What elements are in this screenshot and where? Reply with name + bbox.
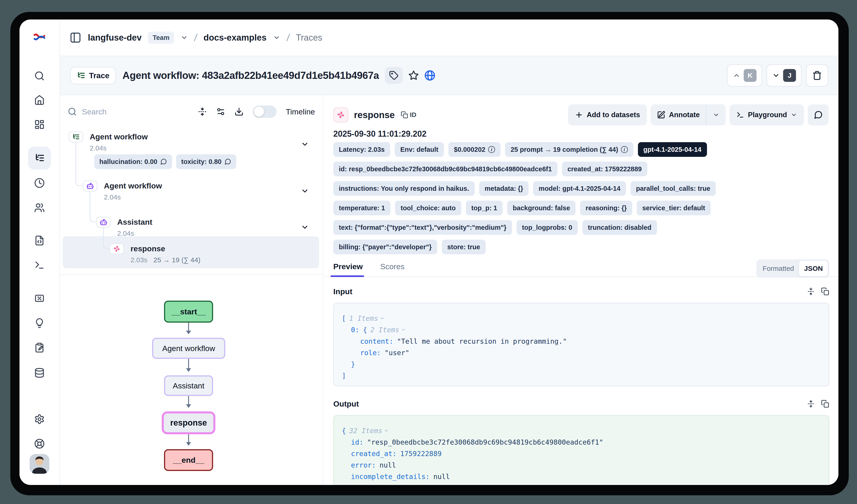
langfuse-logo bbox=[33, 31, 46, 43]
pen-icon bbox=[657, 111, 665, 119]
sidebar-item-scores[interactable] bbox=[34, 293, 45, 303]
score-badge[interactable]: toxicity: 0.80 bbox=[176, 154, 236, 169]
delete-trace-button[interactable] bbox=[806, 64, 828, 87]
collapse-chevron-icon[interactable] bbox=[380, 316, 385, 321]
sidebar-item-tracing[interactable] bbox=[28, 146, 51, 170]
param-badge: billing: {"payer":"developer"} bbox=[333, 240, 437, 254]
collapse-icon[interactable] bbox=[807, 400, 815, 408]
tree-connector bbox=[103, 228, 109, 249]
bookmark-star-button[interactable] bbox=[408, 70, 419, 81]
format-toggle-json[interactable]: JSON bbox=[799, 261, 828, 276]
sidebar-item-datasets[interactable] bbox=[34, 368, 45, 378]
content: Timeline Agent workflow 2.04s hallucinat… bbox=[60, 95, 838, 485]
timestamp: 2025-09-30 11:01:29.202 bbox=[333, 129, 426, 139]
download-icon[interactable] bbox=[234, 107, 243, 116]
collapse-icon[interactable] bbox=[807, 287, 815, 296]
format-toggle-formatted[interactable]: Formatted bbox=[758, 265, 799, 273]
breadcrumb-project[interactable]: docs-examples bbox=[203, 33, 267, 42]
tab-preview[interactable]: Preview bbox=[333, 262, 363, 271]
observation-detail-panel: response ID Add to datasets Annotate bbox=[324, 95, 838, 485]
graph-node-assistant[interactable]: Assistant bbox=[164, 375, 213, 396]
param-badge: tool_choice: auto bbox=[395, 201, 461, 215]
plus-icon bbox=[575, 111, 583, 119]
param-badge: created_at: 1759222889 bbox=[562, 162, 647, 176]
sidebar-item-support[interactable] bbox=[34, 438, 45, 449]
collapse-chevron-icon[interactable] bbox=[401, 327, 406, 332]
param-badge: metadata: {} bbox=[479, 181, 529, 196]
panel-divider bbox=[60, 275, 323, 275]
comment-icon bbox=[160, 158, 167, 165]
input-header: Input bbox=[333, 286, 829, 297]
sidebar-item-dashboards[interactable] bbox=[34, 119, 45, 130]
model-badge[interactable]: gpt-4.1-2025-04-14 bbox=[638, 142, 707, 157]
add-to-datasets-button[interactable]: Add to datasets bbox=[568, 104, 647, 125]
main-area: langfuse-dev Team / docs-examples / Trac… bbox=[60, 19, 838, 485]
collapse-chevron-icon[interactable] bbox=[384, 428, 389, 433]
score-badge[interactable]: hallucination: 0.00 bbox=[94, 154, 172, 169]
graph-node-agent-workflow[interactable]: Agent workflow bbox=[152, 338, 225, 359]
annotate-button-group: Annotate bbox=[651, 104, 726, 125]
collapse-all-icon[interactable] bbox=[198, 107, 207, 116]
copy-icon[interactable] bbox=[821, 287, 829, 296]
search-input[interactable] bbox=[82, 107, 151, 116]
sidebar-item-playground[interactable] bbox=[34, 260, 45, 270]
public-globe-button[interactable] bbox=[424, 70, 435, 81]
generation-icon bbox=[333, 107, 349, 122]
agent-icon bbox=[96, 217, 111, 228]
input-title: Input bbox=[333, 287, 352, 296]
agent-icon bbox=[83, 180, 98, 191]
info-icon[interactable]: i bbox=[488, 146, 495, 153]
tag-button[interactable] bbox=[385, 67, 403, 84]
breadcrumb-org[interactable]: langfuse-dev bbox=[88, 33, 141, 42]
nav-rail bbox=[19, 19, 60, 485]
next-trace-button[interactable]: J bbox=[767, 64, 802, 87]
info-icon[interactable]: i bbox=[621, 146, 628, 153]
breadcrumb-page[interactable]: Traces bbox=[296, 33, 322, 42]
annotate-dropdown-button[interactable] bbox=[707, 104, 726, 125]
comments-button[interactable] bbox=[808, 104, 829, 125]
copy-icon bbox=[401, 111, 408, 119]
generation-icon bbox=[110, 243, 124, 254]
playground-button[interactable]: Playground bbox=[729, 104, 804, 125]
chat-bubble-icon bbox=[814, 110, 823, 120]
app-window: langfuse-dev Team / docs-examples / Trac… bbox=[19, 19, 838, 485]
sidebar-item-annotation[interactable] bbox=[34, 342, 45, 353]
sidebar-item-evaluators[interactable] bbox=[34, 318, 45, 328]
chevron-down-icon[interactable] bbox=[301, 140, 309, 149]
detail-tabs: Preview Scores bbox=[333, 262, 404, 271]
active-tab-indicator bbox=[331, 275, 364, 277]
sidebar-item-prompts[interactable] bbox=[34, 235, 45, 246]
view-settings-icon[interactable] bbox=[216, 107, 225, 116]
sidebar-item-home[interactable] bbox=[34, 95, 45, 105]
timeline-toggle[interactable] bbox=[253, 105, 276, 118]
tree-toolbar: Timeline bbox=[68, 102, 315, 121]
panel-toggle-icon[interactable] bbox=[69, 32, 81, 44]
graph-node-start[interactable]: __start__ bbox=[164, 301, 213, 323]
copy-id-button[interactable]: ID bbox=[401, 111, 416, 119]
graph-node-end[interactable]: __end__ bbox=[164, 449, 213, 471]
sidebar-item-settings[interactable] bbox=[34, 414, 45, 424]
chevron-down-icon[interactable] bbox=[181, 34, 188, 41]
tab-scores[interactable]: Scores bbox=[380, 262, 405, 271]
chevron-down-icon[interactable] bbox=[301, 187, 309, 195]
chevron-down-icon[interactable] bbox=[273, 34, 280, 41]
trace-header: Trace Agent workflow: 483a2afb22b41ee49d… bbox=[60, 56, 838, 95]
token-usage: 25 → 19 (∑ 44) bbox=[153, 256, 201, 264]
graph-node-response[interactable]: response bbox=[162, 411, 215, 434]
chevron-down-icon[interactable] bbox=[301, 223, 309, 231]
param-badge: top_logprobs: 0 bbox=[517, 220, 578, 235]
cost-badge: $0.000202i bbox=[449, 142, 501, 157]
annotate-button[interactable]: Annotate bbox=[651, 104, 706, 125]
user-avatar[interactable] bbox=[30, 454, 49, 474]
sidebar-item-sessions[interactable] bbox=[34, 178, 45, 188]
sidebar-item-search[interactable] bbox=[34, 71, 45, 81]
sidebar-item-users[interactable] bbox=[34, 203, 45, 213]
breadcrumb-separator: / bbox=[194, 32, 198, 44]
param-badge: parallel_tool_calls: true bbox=[631, 181, 716, 196]
prev-trace-button[interactable]: K bbox=[727, 64, 762, 87]
copy-icon[interactable] bbox=[821, 400, 829, 408]
param-badge: id: resp_0beedbcbe3c72fe30068db9c69bc948… bbox=[333, 162, 557, 176]
shortcut-key-k: K bbox=[744, 69, 757, 82]
format-toggle: Formatted JSON bbox=[756, 259, 829, 278]
output-title: Output bbox=[333, 399, 359, 409]
